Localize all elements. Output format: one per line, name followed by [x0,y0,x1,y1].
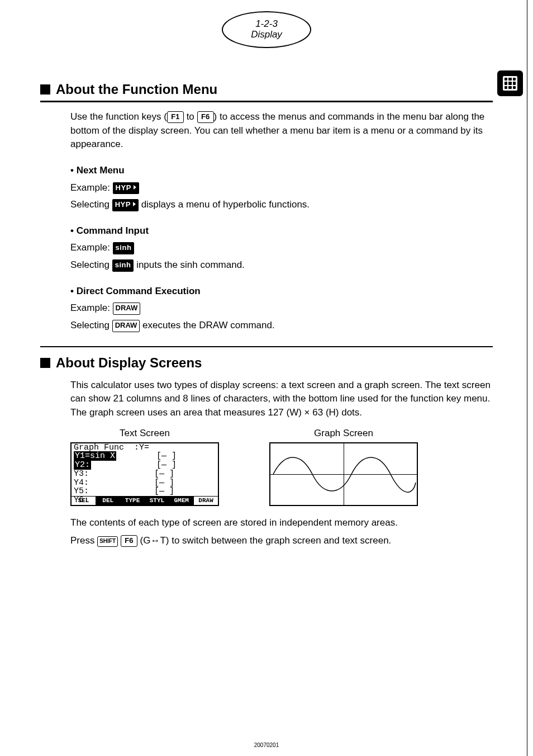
sub2-head: • Command Input [70,224,493,238]
lcd-line6: Y5: [— ] [72,487,218,496]
text-screen-title: Text Screen [120,428,170,439]
graph-screen-col: Graph Screen [269,428,418,506]
intro-a: Use the function keys ( [70,111,167,122]
key-f1: F1 [167,111,184,123]
sub1-sel-b: displays a menu of hyperbolic functions. [139,199,310,210]
after2-mid: (G↔T) to switch between the graph screen… [140,535,392,546]
section2-rule [40,346,493,347]
after2-a: Press [70,535,97,546]
lcd-line2-sel: Y1=sin X [74,451,116,461]
graph-screen-lcd [269,442,418,506]
content: About the Function Menu Use the function… [40,82,493,548]
section2-after: The contents of each type of screen are … [70,516,493,548]
fkey-gmem: GMEM [169,496,194,505]
section1-title: About the Function Menu [56,82,217,97]
after-line2: Press SHIFT F6 (G↔T) to switch between t… [70,534,493,548]
draw-button: DRAW [113,303,141,315]
lcd-line3: Y2: [— ] [72,461,218,470]
section2-body: This calculator uses two types of displa… [70,379,493,420]
lcd-line2-rest: [— ] [116,451,177,461]
square-bullet-icon [40,84,50,94]
graph-screen-title: Graph Screen [314,428,373,439]
fkey-del: DEL [96,496,121,505]
sinh-button: sinh [113,242,135,254]
section2-title: About Display Screens [56,355,202,371]
lcd-line4: Y3: [— ] [72,470,218,479]
text-screen-col: Text Screen Graph Func :Y= Y1=sin X [— ]… [70,428,219,506]
page-number: 1-2-3 [255,19,278,30]
hyp-menu-button-2: HYP [112,199,139,211]
lcd-line3-rest: [— ] [91,460,177,470]
sub1-selecting: Selecting HYP displays a menu of hyperbo… [70,198,493,212]
fkey-styl: STYL [145,496,169,505]
sub2-sel-b: inputs the sinh command. [134,259,244,270]
sub1-head: • Next Menu [70,164,493,178]
sine-curve-icon [270,443,417,505]
sub3-head: • Direct Command Execution [70,285,493,299]
sub1-sel-a: Selecting [70,199,112,210]
lcd-line3-sel: Y2: [74,460,91,470]
page: 1-2-3 Display About the Function Menu Us… [0,0,533,756]
sub1-example-label: Example: [70,182,113,193]
section1-body: Use the function keys (F1 to F6) to acce… [70,110,493,333]
sub-next-menu: • Next Menu Example: HYP Selecting HYP d… [70,164,493,212]
sub-direct-command: • Direct Command Execution Example: DRAW… [70,285,493,333]
sub3-sel-a: Selecting [70,320,112,330]
sub3-example: Example: DRAW [70,301,493,315]
page-number-oval: 1-2-3 Display [222,11,311,48]
fkey-draw: DRAW [194,496,218,505]
right-rail [527,0,533,756]
sub1-example: Example: HYP [70,181,493,195]
page-section-word: Display [251,30,282,40]
lcd-line2: Y1=sin X [— ] [72,452,218,461]
sub3-sel-b: executes the DRAW command. [140,320,274,330]
sub-command-input: • Command Input Example: sinh Selecting … [70,224,493,272]
sub2-selecting: Selecting sinh inputs the sinh command. [70,258,493,272]
sub2-sel-a: Selecting [70,259,112,270]
fkey-type: TYPE [121,496,145,505]
section1-head: About the Function Menu [40,82,493,97]
sub2-example: Example: sinh [70,241,493,255]
fkey-sel: SEL [72,496,96,505]
section1-rule [40,101,493,102]
screens-row: Text Screen Graph Func :Y= Y1=sin X [— ]… [70,428,493,506]
section2-para: This calculator uses two types of displa… [70,380,491,418]
draw-button-2: DRAW [112,320,140,332]
section2-head: About Display Screens [40,355,493,371]
lcd-line5: Y4: [— ] [72,479,218,488]
footer-date: 20070201 [254,742,279,748]
lcd-fkeys: SEL DEL TYPE STYL GMEM DRAW [72,496,218,505]
sub3-example-label: Example: [70,303,113,313]
sub3-selecting: Selecting DRAW executes the DRAW command… [70,319,493,333]
lcd-line1: Graph Func :Y= [72,443,218,452]
keypad-icon [503,76,517,91]
shift-key: SHIFT [97,536,118,547]
intro-b: to [184,111,197,122]
square-bullet-icon-2 [40,358,50,368]
calculator-icon [497,70,523,96]
hyp-menu-button: HYP [113,182,139,195]
sub2-example-label: Example: [70,242,113,253]
after-line1: The contents of each type of screen are … [70,516,493,530]
sinh-button-2: sinh [112,259,134,272]
f6-key: F6 [121,535,137,547]
text-screen-lcd: Graph Func :Y= Y1=sin X [— ] Y2: [— ] Y3… [70,442,219,506]
key-f6: F6 [197,111,214,123]
